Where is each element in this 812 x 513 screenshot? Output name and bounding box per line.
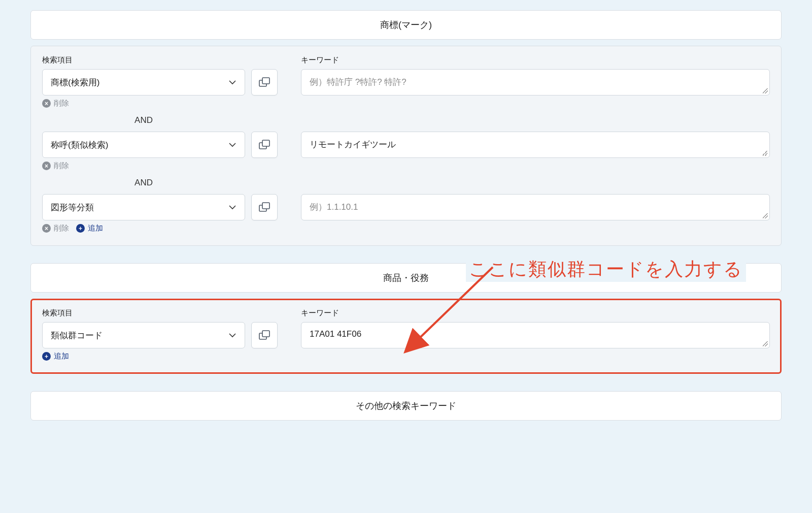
svg-rect-8	[262, 331, 269, 337]
delete-label: 削除	[54, 223, 69, 233]
delete-row-button[interactable]: × 削除	[42, 99, 69, 108]
search-item-dropdown[interactable]: 商標(検索用)	[42, 69, 245, 95]
delete-label: 削除	[54, 99, 69, 108]
popup-icon	[259, 77, 270, 87]
dropdown-value: 類似群コード	[51, 330, 103, 341]
section-title-other: その他の検索キーワード	[30, 391, 782, 421]
close-icon: ×	[42, 99, 51, 108]
delete-label: 削除	[54, 161, 69, 171]
dropdown-value: 図形等分類	[51, 202, 94, 213]
column-header-search-item: 検索項目	[42, 55, 73, 64]
column-header-search-item: 検索項目	[42, 308, 73, 317]
delete-row-button[interactable]: × 削除	[42, 223, 69, 233]
popup-icon	[259, 140, 270, 150]
annotation-callout: ここに類似群コードを入力する	[466, 257, 746, 282]
search-row: 図形等分類 例）1.1.10.1	[42, 194, 770, 220]
popup-icon	[259, 202, 270, 212]
search-row: 類似群コード 17A01 41F06	[42, 322, 770, 348]
panel-goods: 検索項目 キーワード 類似群コード 17A01 41F06	[30, 299, 782, 374]
search-item-dropdown[interactable]: 類似群コード	[42, 322, 245, 348]
open-dialog-button[interactable]	[251, 194, 278, 220]
chevron-down-icon	[228, 331, 236, 339]
add-row-button[interactable]: + 追加	[76, 223, 103, 233]
and-operator-label: AND	[42, 176, 245, 194]
plus-icon: +	[42, 352, 51, 361]
search-row: 称呼(類似検索) リモートカイギツール	[42, 132, 770, 158]
svg-rect-3	[262, 140, 269, 146]
dropdown-value: 商標(検索用)	[51, 77, 99, 88]
column-header-keyword: キーワード	[301, 308, 339, 317]
add-label: 追加	[54, 351, 69, 361]
chevron-down-icon	[228, 141, 236, 149]
search-item-dropdown[interactable]: 図形等分類	[42, 194, 245, 220]
chevron-down-icon	[228, 78, 236, 86]
search-row: 商標(検索用) 例）特許庁 ?特許? 特許?	[42, 69, 770, 95]
svg-rect-1	[262, 78, 269, 84]
delete-row-button[interactable]: × 削除	[42, 161, 69, 171]
open-dialog-button[interactable]	[251, 322, 278, 348]
close-icon: ×	[42, 162, 51, 170]
section-title-trademark: 商標(マーク)	[30, 10, 782, 40]
add-label: 追加	[88, 223, 103, 233]
chevron-down-icon	[228, 203, 236, 211]
plus-icon: +	[76, 224, 85, 233]
search-item-dropdown[interactable]: 称呼(類似検索)	[42, 132, 245, 158]
open-dialog-button[interactable]	[251, 69, 278, 95]
popup-icon	[259, 330, 270, 340]
add-row-button[interactable]: + 追加	[42, 351, 69, 361]
keyword-input[interactable]: 例）1.1.10.1	[301, 194, 770, 220]
keyword-input[interactable]: リモートカイギツール	[301, 132, 770, 158]
svg-rect-5	[262, 203, 269, 209]
open-dialog-button[interactable]	[251, 132, 278, 158]
dropdown-value: 称呼(類似検索)	[51, 139, 108, 151]
keyword-input[interactable]: 17A01 41F06	[301, 322, 770, 348]
panel-trademark: 検索項目 キーワード 商標(検索用) 例）特許庁 ?特許? 特許? × 削除	[30, 46, 782, 246]
close-icon: ×	[42, 224, 51, 233]
and-operator-label: AND	[42, 113, 245, 132]
keyword-input[interactable]: 例）特許庁 ?特許? 特許?	[301, 69, 770, 95]
column-header-keyword: キーワード	[301, 55, 339, 64]
